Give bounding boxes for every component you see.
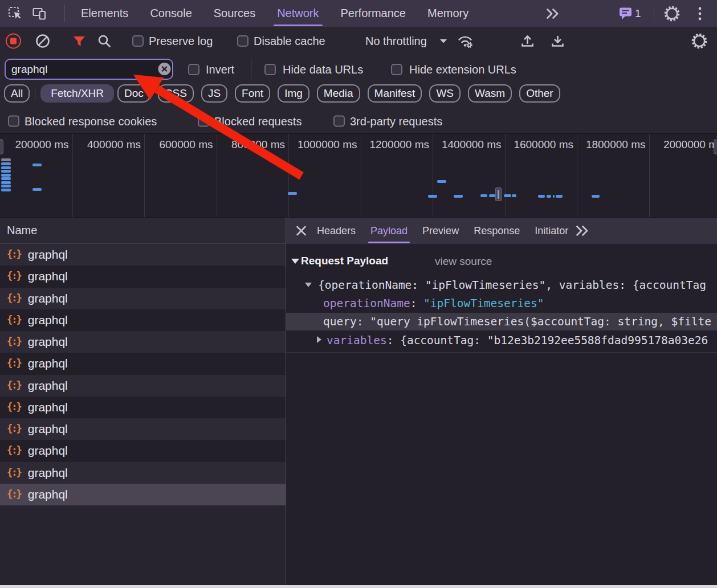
preserve-log-label[interactable]: Preserve log [149,35,213,48]
issues-message-icon[interactable] [619,7,633,20]
request-row[interactable]: {:}graphql [0,331,286,353]
filter-chip-other[interactable]: Other [519,84,560,103]
filter-chip-doc[interactable]: Doc [117,84,150,103]
payload-line[interactable]: {operationName: "ipFlowTimeseries", vari… [286,276,717,293]
detail-tab-preview[interactable]: Preview [415,218,466,244]
clear-filter-icon[interactable] [157,62,172,76]
filter-chip-font[interactable]: Font [235,84,270,103]
filter-chip-all[interactable]: All [4,84,30,103]
close-detail-icon[interactable] [295,225,307,237]
request-row[interactable]: {:}graphql [0,288,286,309]
request-row[interactable]: {:}graphql [0,266,286,287]
request-row[interactable]: {:}graphql [0,418,286,440]
payload-line[interactable]: query: "query ipFlowTimeseries($accountT… [286,313,717,330]
request-row[interactable]: {:}graphql [0,309,286,331]
expand-right-icon[interactable] [317,336,321,343]
detail-tab-initiator[interactable]: Initiator [527,218,576,244]
filter-chip-fetchxhr[interactable]: Fetch/XHR [40,84,114,103]
clear-network-log-icon[interactable] [35,33,51,49]
detail-tab-payload[interactable]: Payload [363,218,415,244]
tab-sources[interactable]: Sources [203,0,266,27]
hide-extension-urls-label[interactable]: Hide extension URLs [409,63,516,76]
request-row[interactable]: {:}graphql [0,462,286,484]
divider [654,6,654,21]
fetch-xhr-icon: {:} [7,401,21,413]
network-overview-timeline[interactable]: 200000 ms400000 ms600000 ms800000 ms1000… [0,133,717,217]
section-expand-icon[interactable] [291,259,299,264]
panel-tabs: ElementsConsoleSourcesNetworkPerformance… [70,0,479,27]
tab-memory[interactable]: Memory [417,0,479,27]
request-payload-section[interactable]: Request Payload [291,255,388,267]
timeline-gridline [505,134,506,217]
divider [251,59,251,79]
filter-chip-ws[interactable]: WS [429,84,461,103]
disable-cache-checkbox[interactable] [237,35,248,47]
hide-extension-urls-checkbox[interactable] [391,64,402,75]
tab-performance[interactable]: Performance [330,0,417,27]
filter-chip-media[interactable]: Media [317,84,360,103]
hide-data-urls-checkbox[interactable] [264,64,276,75]
overview-left-handle[interactable] [0,139,3,154]
preserve-log-checkbox[interactable] [132,35,144,47]
more-detail-tabs-icon[interactable] [575,225,590,237]
checkbox-label[interactable]: Blocked requests [214,115,302,128]
request-row[interactable]: {:}graphql [0,244,286,266]
request-row[interactable]: {:}graphql [0,440,286,462]
network-conditions-icon[interactable] [456,34,474,49]
throttling-caret-icon[interactable] [439,39,447,44]
request-row[interactable]: {:}graphql [0,353,286,374]
detail-tab-headers[interactable]: Headers [309,218,363,244]
filter-chip-wasm[interactable]: Wasm [468,84,512,103]
invert-checkbox[interactable] [188,64,199,75]
search-icon[interactable] [97,34,112,48]
disable-cache-label[interactable]: Disable cache [254,35,325,48]
detail-tab-response[interactable]: Response [466,218,527,244]
filter-chip-js[interactable]: JS [201,84,227,103]
view-source-link[interactable]: view source [435,255,492,268]
name-column-header[interactable]: Name [0,217,286,244]
tab-console[interactable]: Console [139,0,202,27]
inspect-element-icon[interactable] [8,6,23,21]
fetch-xhr-icon: {:} [7,314,21,325]
invert-label[interactable]: Invert [206,63,234,76]
record-network-log-button[interactable] [6,34,21,49]
payload-line[interactable]: variables: {accountTag: "b12e3b2192ee558… [286,332,717,349]
waterfall-bar [1,166,11,169]
blocked-requests-checkbox[interactable] [198,116,209,127]
network-filter-row: Invert Hide data URLs Hide extension URL… [0,55,717,83]
checkbox-label[interactable]: Blocked response cookies [25,115,157,128]
filter-chip-img[interactable]: Img [278,84,309,103]
fetch-xhr-icon: {:} [7,292,21,304]
filter-chip-manifest[interactable]: Manifest [368,84,422,103]
filter-input[interactable] [5,59,173,80]
filter-chip-css[interactable]: CSS [158,84,194,103]
settings-gear-icon[interactable] [663,5,681,22]
filter-funnel-icon[interactable] [72,35,86,48]
more-tabs-icon[interactable] [545,7,560,19]
expand-down-icon[interactable] [305,283,312,287]
payload-panel: Request Payload view source {operationNa… [286,244,717,588]
devtools-window: ElementsConsoleSourcesNetworkPerformance… [0,0,717,588]
import-har-icon[interactable] [520,34,535,48]
tab-elements[interactable]: Elements [70,0,139,27]
waterfall-bar [288,192,297,195]
kebab-menu-icon[interactable] [698,6,702,21]
overview-right-handle[interactable] [714,139,717,154]
device-toolbar-icon[interactable] [32,6,47,21]
timeline-gridline [288,134,289,217]
checkbox-label[interactable]: 3rd-party requests [350,115,442,128]
request-row[interactable]: {:}graphql [0,484,286,505]
export-har-icon[interactable] [550,34,565,48]
tab-network[interactable]: Network [266,0,329,27]
request-row[interactable]: {:}graphql [0,397,286,418]
hide-data-urls-label[interactable]: Hide data URLs [283,63,363,76]
payload-line[interactable]: operationName: "ipFlowTimeseries" [286,295,717,312]
network-settings-gear-icon[interactable] [691,32,708,50]
3rd-party-requests-checkbox[interactable] [333,116,345,127]
blocked-response-cookies-checkbox[interactable] [8,116,19,127]
request-row[interactable]: {:}graphql [0,375,286,397]
request-name: graphql [28,357,68,370]
blocked-response-cookies-group: Blocked response cookies [8,115,157,128]
issues-count[interactable]: 1 [635,7,641,20]
throttling-select[interactable]: No throttling [365,35,427,48]
